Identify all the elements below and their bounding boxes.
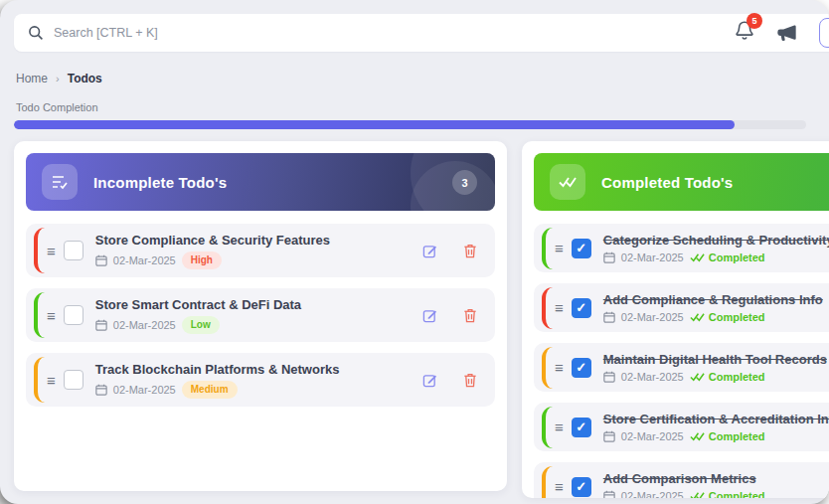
calendar-icon [603, 311, 615, 323]
completed-status: Completed [690, 371, 765, 383]
todo-checkbox[interactable] [64, 305, 83, 325]
todo-content: Add Comparison Metrics 02-Mar-2025 Compl… [603, 471, 829, 498]
todo-item: ≡ ✓ Add Comparison Metrics 02-Mar-2025 C… [534, 462, 829, 498]
trash-icon [463, 244, 477, 258]
drag-handle-icon[interactable]: ≡ [47, 373, 56, 388]
search-input[interactable] [54, 26, 471, 40]
incomplete-panel: Incomplete Todo's 3 ≡ Store Compliance &… [14, 141, 507, 491]
todo-content: Store Certification & Accreditation Info… [603, 412, 829, 442]
calendar-icon [603, 430, 615, 442]
calendar-icon [603, 490, 615, 498]
todo-checkbox-checked[interactable]: ✓ [572, 239, 591, 258]
breadcrumb-separator-icon: › [56, 73, 60, 84]
search-icon [28, 25, 44, 41]
todo-date: 02-Mar-2025 [621, 430, 684, 442]
priority-badge: Low [182, 316, 220, 334]
todo-meta: 02-Mar-2025 Completed [603, 311, 829, 323]
drag-handle-icon[interactable]: ≡ [555, 241, 564, 255]
todo-checkbox-checked[interactable]: ✓ [572, 477, 591, 497]
app-window: 5 Home › Todos Todo Completion [0, 0, 829, 504]
edit-button[interactable] [418, 369, 441, 392]
calendar-icon [95, 254, 107, 266]
todo-title: Store Smart Contract & DeFi Data [95, 297, 418, 312]
completed-todo-list: ≡ ✓ Categorize Scheduling & Productivity… [534, 224, 829, 498]
topbar-icons: 5 [735, 14, 829, 52]
priority-accent [34, 292, 45, 338]
edit-button[interactable] [418, 304, 441, 327]
drag-handle-icon[interactable]: ≡ [555, 479, 564, 494]
todo-date: 02-Mar-2025 [113, 319, 176, 331]
todo-checkbox[interactable] [64, 241, 83, 260]
todo-content: Store Compliance & Security Features 02-… [95, 233, 418, 269]
language-button[interactable] [819, 18, 829, 48]
todo-item: ≡ Store Smart Contract & DeFi Data 02-Ma… [26, 288, 495, 342]
todo-meta: 02-Mar-2025 Completed [603, 252, 829, 263]
todo-date: 02-Mar-2025 [113, 384, 176, 396]
double-check-icon [690, 372, 705, 382]
priority-badge: Medium [182, 381, 238, 399]
double-check-icon [559, 176, 577, 188]
trash-icon [463, 373, 477, 388]
edit-icon [422, 244, 437, 258]
double-check-icon [690, 312, 705, 322]
calendar-icon [603, 371, 615, 383]
todo-date: 02-Mar-2025 [621, 252, 684, 263]
page-content: 5 Home › Todos Todo Completion [0, 0, 829, 504]
incomplete-icon-box [42, 164, 78, 200]
breadcrumb-current: Todos [68, 72, 102, 85]
completed-panel-title: Completed Todo's [601, 174, 733, 191]
todo-meta: 02-Mar-2025 Medium [95, 381, 418, 399]
todo-item: ≡ ✓ Maintain Digital Health Tool Records… [534, 343, 829, 392]
calendar-icon [95, 319, 107, 331]
completed-icon-box [550, 164, 585, 200]
incomplete-todo-list: ≡ Store Compliance & Security Features 0… [26, 224, 495, 407]
todo-meta: 02-Mar-2025 Completed [603, 430, 829, 442]
todo-item: ≡ ✓ Categorize Scheduling & Productivity… [534, 224, 829, 272]
edit-icon [422, 373, 437, 388]
todo-checkbox[interactable] [64, 370, 83, 390]
todo-title: Categorize Scheduling & Productivity App… [603, 233, 829, 248]
todo-meta: 02-Mar-2025 High [95, 252, 418, 269]
incomplete-count-badge: 3 [452, 170, 477, 195]
announcements-button[interactable] [776, 23, 797, 43]
breadcrumb: Home › Todos [16, 72, 829, 85]
list-check-icon [51, 174, 69, 190]
todo-date: 02-Mar-2025 [113, 254, 176, 266]
double-check-icon [690, 431, 705, 441]
double-check-icon [690, 252, 705, 262]
notification-badge: 5 [746, 13, 762, 29]
todo-item: ≡ Store Compliance & Security Features 0… [26, 224, 495, 277]
progress-label: Todo Completion [16, 101, 829, 113]
delete-button[interactable] [459, 240, 481, 262]
completed-panel-header: Completed Todo's [534, 153, 829, 211]
notifications-button[interactable]: 5 [735, 20, 754, 46]
drag-handle-icon[interactable]: ≡ [555, 420, 564, 434]
calendar-icon [95, 384, 107, 396]
todo-meta: 02-Mar-2025 Low [95, 316, 418, 334]
completed-panel: Completed Todo's ≡ ✓ Categorize Scheduli… [522, 141, 829, 498]
todo-checkbox-checked[interactable]: ✓ [572, 418, 591, 437]
priority-accent [542, 407, 553, 448]
panels-row: Incomplete Todo's 3 ≡ Store Compliance &… [14, 141, 829, 498]
drag-handle-icon[interactable]: ≡ [47, 308, 56, 323]
delete-button[interactable] [459, 369, 481, 392]
todo-item: ≡ ✓ Store Certification & Accreditation … [534, 403, 829, 451]
megaphone-icon [776, 23, 797, 43]
todo-content: Add Compliance & Regulations Info 02-Mar… [603, 292, 829, 323]
priority-accent [34, 357, 45, 403]
drag-handle-icon[interactable]: ≡ [555, 360, 564, 375]
todo-date: 02-Mar-2025 [621, 371, 684, 383]
drag-handle-icon[interactable]: ≡ [555, 300, 564, 315]
todo-meta: 02-Mar-2025 Completed [603, 371, 829, 383]
todo-meta: 02-Mar-2025 Completed [603, 490, 829, 498]
todo-checkbox-checked[interactable]: ✓ [572, 298, 591, 318]
todo-checkbox-checked[interactable]: ✓ [572, 358, 591, 378]
priority-accent [542, 228, 553, 269]
drag-handle-icon[interactable]: ≡ [47, 244, 56, 258]
delete-button[interactable] [459, 304, 481, 327]
todo-title: Maintain Digital Health Tool Records [603, 352, 829, 367]
edit-icon [422, 308, 437, 323]
todo-title: Track Blockchain Platforms & Networks [95, 362, 418, 377]
edit-button[interactable] [418, 240, 441, 262]
breadcrumb-home[interactable]: Home [16, 72, 48, 85]
